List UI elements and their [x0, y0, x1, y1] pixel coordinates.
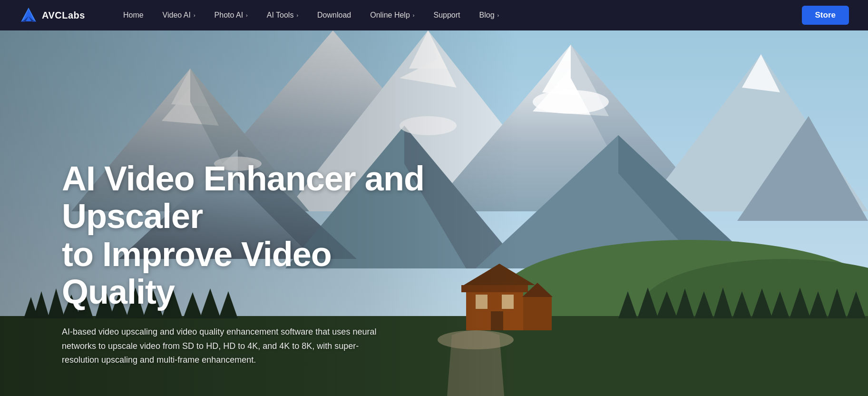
nav-online-help[interactable]: Online Help ›	[361, 0, 424, 30]
nav-ai-tools[interactable]: AI Tools ›	[257, 0, 308, 30]
blog-chevron-icon: ›	[497, 12, 499, 18]
brand-name: AVCLabs	[42, 10, 85, 21]
nav-blog[interactable]: Blog ›	[470, 0, 509, 30]
navbar: AVCLabs Home Video AI › Photo AI › AI To…	[0, 0, 868, 30]
store-button[interactable]: Store	[802, 6, 849, 25]
nav-photo-ai[interactable]: Photo AI ›	[205, 0, 257, 30]
hero-subtitle: AI-based video upscaling and video quali…	[62, 325, 395, 367]
avc-labs-logo-icon	[19, 6, 38, 25]
hero-content: AI Video Enhancer and Upscaler to Improv…	[0, 160, 428, 396]
nav-support[interactable]: Support	[424, 0, 470, 30]
hero-title: AI Video Enhancer and Upscaler to Improv…	[62, 160, 428, 311]
logo[interactable]: AVCLabs	[19, 6, 85, 25]
svg-rect-61	[523, 297, 552, 330]
video-ai-chevron-icon: ›	[194, 12, 195, 18]
online-help-chevron-icon: ›	[413, 12, 415, 18]
hero-section: AI Video Enhancer and Upscaler to Improv…	[0, 30, 868, 396]
nav-download[interactable]: Download	[308, 0, 361, 30]
photo-ai-chevron-icon: ›	[246, 12, 248, 18]
nav-video-ai[interactable]: Video AI ›	[153, 0, 205, 30]
ai-tools-chevron-icon: ›	[296, 12, 298, 18]
svg-point-65	[533, 90, 609, 114]
nav-links: Home Video AI › Photo AI › AI Tools › Do…	[114, 0, 802, 30]
nav-home[interactable]: Home	[114, 0, 153, 30]
